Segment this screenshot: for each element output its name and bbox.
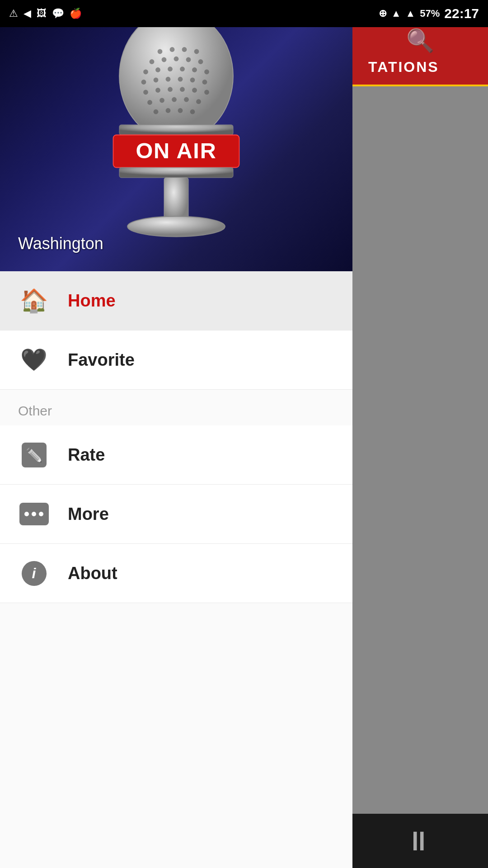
svg-point-14 <box>192 67 197 72</box>
svg-point-31 <box>184 97 189 102</box>
rate-label: Rate <box>68 445 105 465</box>
battery-percent: 57% <box>420 8 440 19</box>
svg-point-32 <box>196 99 201 104</box>
svg-point-13 <box>180 66 185 71</box>
svg-point-34 <box>166 108 171 113</box>
svg-point-33 <box>154 109 159 114</box>
svg-point-22 <box>143 90 148 95</box>
notification-icon: ⚠ <box>9 8 18 19</box>
menu-item-more[interactable]: More <box>0 485 352 544</box>
apple-icon: 🍎 <box>70 8 82 19</box>
add-icon: ⊕ <box>379 8 387 19</box>
home-label: Home <box>68 291 116 311</box>
menu-item-rate[interactable]: Rate <box>0 425 352 485</box>
signal-icon: ▲ <box>405 8 415 19</box>
info-icon-container: i <box>18 557 50 589</box>
dot-1 <box>24 512 29 516</box>
svg-point-7 <box>174 57 179 61</box>
svg-point-18 <box>166 77 171 82</box>
dot-2 <box>32 512 36 516</box>
pause-icon: ⏸ <box>405 826 436 857</box>
gallery-icon: 🖼 <box>37 8 47 19</box>
svg-point-20 <box>190 78 195 83</box>
right-panel-header-top: 🔍 <box>352 27 488 54</box>
clock: 22:17 <box>444 6 479 21</box>
stations-label: TATIONS <box>359 54 448 80</box>
svg-point-1 <box>158 49 163 54</box>
message-icon: 💬 <box>52 8 64 19</box>
svg-point-15 <box>204 70 209 75</box>
svg-point-35 <box>178 108 183 113</box>
svg-point-36 <box>190 109 195 114</box>
svg-point-5 <box>150 59 155 64</box>
drawer: ON AIR Washington 🏠 Home <box>0 27 352 868</box>
svg-point-29 <box>160 98 164 103</box>
location-text: Washington <box>18 234 103 253</box>
right-panel: 🔍 TATIONS ⏸ <box>352 27 488 868</box>
more-label: More <box>68 505 109 524</box>
svg-point-24 <box>168 87 173 92</box>
menu-item-about[interactable]: i About <box>0 544 352 603</box>
dot-3 <box>39 512 43 516</box>
svg-rect-41 <box>119 168 233 178</box>
svg-point-9 <box>198 59 203 64</box>
svg-point-6 <box>162 57 167 62</box>
wifi-icon: ▲ <box>391 8 401 19</box>
svg-point-17 <box>154 78 159 83</box>
main-layout: ON AIR Washington 🏠 Home <box>0 27 488 868</box>
about-label: About <box>68 564 117 583</box>
svg-point-10 <box>143 70 148 75</box>
heart-icon-container: 🖤 <box>18 344 50 376</box>
svg-point-2 <box>170 47 175 52</box>
menu-item-favorite[interactable]: 🖤 Favorite <box>0 330 352 390</box>
menu-item-home[interactable]: 🏠 Home <box>0 271 352 330</box>
svg-point-28 <box>147 100 152 105</box>
svg-point-12 <box>168 66 173 71</box>
status-bar: ⚠ ◀ 🖼 💬 🍎 ⊕ ▲ ▲ 57% 22:17 <box>0 0 488 27</box>
svg-point-8 <box>186 57 191 62</box>
heart-icon: 🖤 <box>20 347 47 373</box>
svg-point-26 <box>192 88 197 93</box>
right-panel-body <box>352 86 488 814</box>
svg-point-11 <box>155 67 160 72</box>
svg-point-21 <box>202 80 207 85</box>
svg-point-3 <box>182 47 187 52</box>
svg-point-30 <box>172 97 177 102</box>
menu-section: 🏠 Home 🖤 Favorite Other Rate <box>0 271 352 868</box>
svg-point-27 <box>204 90 209 95</box>
bottom-bar-right[interactable]: ⏸ <box>352 814 488 868</box>
svg-point-4 <box>194 49 199 54</box>
other-section-header: Other <box>0 390 352 425</box>
status-bar-right: ⊕ ▲ ▲ 57% 22:17 <box>379 6 479 21</box>
svg-point-19 <box>178 77 183 82</box>
favorite-label: Favorite <box>68 350 135 370</box>
more-icon <box>19 503 49 525</box>
svg-point-43 <box>127 217 225 237</box>
back-icon: ◀ <box>23 8 31 19</box>
rate-icon-container <box>18 439 50 471</box>
svg-point-23 <box>155 88 160 93</box>
svg-text:ON AIR: ON AIR <box>136 138 216 163</box>
svg-point-0 <box>119 27 233 141</box>
svg-point-16 <box>141 80 146 85</box>
hero-image: ON AIR Washington <box>0 27 352 271</box>
svg-point-25 <box>180 87 185 92</box>
rate-icon <box>22 443 47 467</box>
status-bar-left: ⚠ ◀ 🖼 💬 🍎 <box>9 8 82 19</box>
home-icon: 🏠 <box>20 288 48 314</box>
info-icon: i <box>22 561 47 586</box>
more-icon-container <box>18 498 50 530</box>
home-icon-container: 🏠 <box>18 285 50 316</box>
svg-rect-37 <box>119 125 233 135</box>
